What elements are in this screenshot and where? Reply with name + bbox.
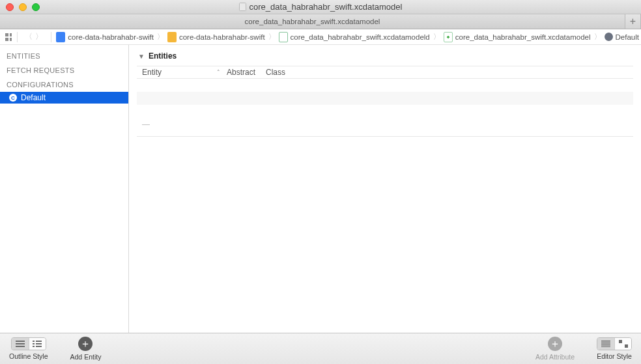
entities-table: Entity ˄ Abstract Class — [137, 66, 633, 131]
outline-style-list[interactable] [29, 338, 46, 350]
plus-icon: ＋ [80, 339, 91, 349]
nav-forward-button[interactable]: 〉 [35, 31, 43, 42]
window-title: core_data_habrahabr_swift.xcdatamodel [0, 2, 641, 12]
zoom-window-button[interactable] [32, 3, 40, 11]
project-icon [56, 32, 65, 42]
tab-bar: core_data_habrahabr_swift.xcdatamodel + [0, 14, 641, 29]
tab-active[interactable]: core_data_habrahabr_swift.xcdatamodel [0, 14, 625, 29]
plus-icon: ＋ [550, 339, 560, 349]
sidebar-item-default-config[interactable]: C Default [0, 92, 128, 104]
jumpbar-label: core-data-habrahabr-swift [68, 33, 154, 41]
editor-style-toggle[interactable] [597, 337, 632, 350]
sidebar-header-entities[interactable]: ENTITIES [0, 49, 128, 63]
close-window-button[interactable] [6, 3, 14, 11]
add-entity-control: ＋ Add Entity [70, 337, 102, 361]
tab-label: core_data_habrahabr_swift.xcdatamodel [245, 18, 380, 25]
column-header-abstract[interactable]: Abstract [227, 68, 266, 77]
chevron-right-icon: 〉 [432, 32, 442, 42]
divider [137, 136, 633, 137]
editor-style-control: Editor Style [597, 337, 632, 360]
file-icon [239, 3, 246, 11]
window-title-text: core_data_habrahabr_swift.xcdatamodel [249, 2, 403, 12]
sidebar-header-fetch-requests[interactable]: FETCH REQUESTS [0, 63, 128, 77]
graph-style-icon [619, 340, 628, 348]
editor-style-table[interactable] [597, 338, 614, 350]
config-icon: C [9, 94, 17, 102]
outline-style-outline[interactable] [12, 338, 29, 350]
table-body[interactable]: — [137, 79, 633, 131]
nav-back-button[interactable]: 〈 [25, 31, 33, 42]
outline-style-label: Outline Style [9, 352, 48, 360]
jump-bar: 〈 〉 core-data-habrahabr-swift 〉 core-dat… [0, 29, 641, 45]
jumpbar-item-xcdatamodel[interactable]: core_data_habrahabr_swift.xcdatamodel [442, 29, 593, 44]
column-label: Entity [142, 68, 162, 77]
nav-arrows: 〈 〉 [20, 31, 48, 42]
column-label: Class [266, 68, 285, 77]
chevron-right-icon: 〉 [267, 32, 277, 42]
editor-panel: ▼ Entities Entity ˄ Abstract Class [129, 45, 641, 333]
empty-indicator: — [137, 118, 633, 131]
add-attribute-button: ＋ [548, 337, 562, 351]
add-attribute-label: Add Attribute [535, 353, 575, 361]
column-header-class[interactable]: Class [266, 68, 633, 77]
outline-lines-icon [16, 341, 25, 347]
plus-icon: + [630, 16, 636, 27]
config-icon [605, 33, 613, 41]
minimize-window-button[interactable] [19, 3, 27, 11]
titlebar: core_data_habrahabr_swift.xcdatamodel [0, 0, 641, 14]
window-controls [0, 3, 40, 11]
sort-indicator-icon: ˄ [217, 69, 220, 76]
xcdatamodeld-icon [279, 32, 288, 42]
column-label: Abstract [227, 68, 255, 77]
editor-style-label: Editor Style [597, 352, 632, 360]
xcdatamodel-icon [444, 32, 453, 42]
jumpbar-label: core-data-habrahabr-swift [179, 33, 265, 41]
section-title: Entities [149, 51, 177, 61]
add-entity-label: Add Entity [70, 353, 102, 361]
section-header-entities[interactable]: ▼ Entities [137, 49, 633, 66]
jumpbar-label: core_data_habrahabr_swift.xcdatamodeld [291, 33, 430, 41]
related-items-icon[interactable] [5, 33, 12, 41]
table-row[interactable] [137, 92, 633, 105]
outline-style-toggle[interactable] [11, 337, 46, 350]
sidebar: ENTITIES FETCH REQUESTS CONFIGURATIONS C… [0, 45, 129, 333]
new-tab-button[interactable]: + [625, 14, 641, 29]
divider [51, 32, 51, 42]
disclosure-triangle-icon[interactable]: ▼ [138, 53, 145, 60]
table-header: Entity ˄ Abstract Class [137, 66, 633, 79]
chevron-right-icon: 〉 [156, 32, 165, 42]
jumpbar-item-project[interactable]: core-data-habrahabr-swift [54, 29, 156, 44]
jumpbar-item-config[interactable]: Default [603, 29, 641, 44]
table-style-icon [601, 341, 610, 347]
jumpbar-item-xcdatamodeld[interactable]: core_data_habrahabr_swift.xcdatamodeld [277, 29, 432, 44]
table-row[interactable] [137, 79, 633, 92]
chevron-right-icon: 〉 [593, 32, 603, 42]
editor-style-graph[interactable] [614, 338, 631, 350]
bottom-toolbar: Outline Style ＋ Add Entity ＋ Add Attribu… [0, 333, 641, 364]
jumpbar-label: Default [616, 33, 639, 41]
outline-list-icon [33, 341, 42, 347]
divider [17, 32, 18, 42]
outline-style-control: Outline Style [9, 337, 48, 360]
sidebar-header-configurations[interactable]: CONFIGURATIONS [0, 77, 128, 92]
jumpbar-label: core_data_habrahabr_swift.xcdatamodel [455, 33, 591, 41]
column-header-entity[interactable]: Entity ˄ [142, 68, 227, 77]
table-row[interactable] [137, 105, 633, 118]
add-attribute-control: ＋ Add Attribute [535, 337, 575, 361]
add-entity-button[interactable]: ＋ [78, 337, 93, 351]
sidebar-item-label: Default [21, 93, 46, 102]
jumpbar-item-folder[interactable]: core-data-habrahabr-swift [165, 29, 267, 44]
folder-icon [167, 32, 177, 42]
main-area: ENTITIES FETCH REQUESTS CONFIGURATIONS C… [0, 45, 641, 333]
